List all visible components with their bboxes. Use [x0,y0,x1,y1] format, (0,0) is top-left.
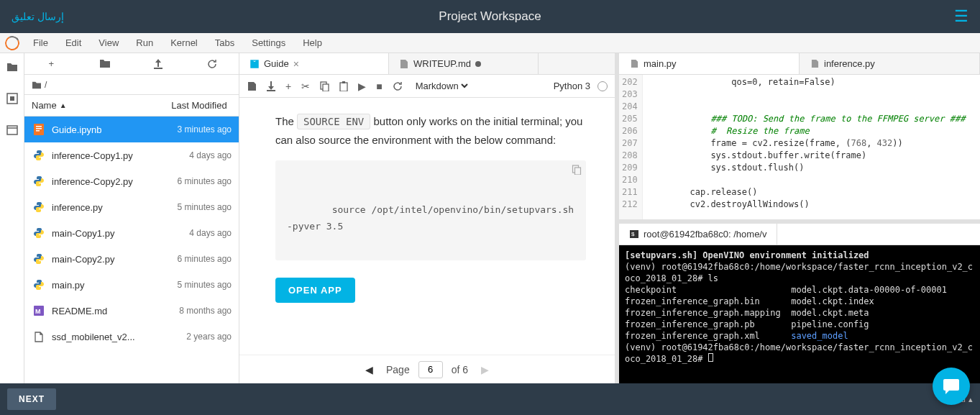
svg-rect-7 [36,130,40,132]
upload-button[interactable] [132,53,186,74]
menu-tabs[interactable]: Tabs [206,35,243,51]
center-panel: Guide×WRITEUP.md + ✂ ▶ ■ Markdown Python… [239,53,619,383]
menu-edit[interactable]: Edit [57,35,90,51]
jupyter-logo[interactable] [0,36,24,50]
svg-rect-1 [10,96,14,101]
copy-code-icon[interactable] [572,165,582,175]
menu-run[interactable]: Run [127,35,162,51]
file-icon [629,59,639,69]
dirty-indicator-icon [475,61,481,67]
intercom-button[interactable] [933,368,970,405]
cut-button[interactable]: ✂ [301,81,310,92]
stop-button[interactable]: ■ [376,81,382,92]
notebook-content[interactable]: The SOURCE ENV button only works on the … [239,98,615,355]
terminal-icon: $ [629,229,639,240]
file-type-icon [32,280,46,290]
svg-rect-15 [575,168,581,175]
top-bar: إرسال تعليق Project Workspace ☰ [0,0,980,33]
run-button[interactable]: ▶ [358,81,366,92]
file-list-header[interactable]: Name ▲ Last Modified [24,95,239,117]
menu-help[interactable]: Help [294,35,331,51]
file-modified: 5 minutes ago [160,202,232,212]
save-button[interactable] [247,81,257,91]
svg-rect-6 [36,128,42,129]
file-modified: 3 minutes ago [160,124,232,134]
paste-button[interactable] [339,81,348,91]
refresh-button[interactable] [186,53,239,74]
file-name: README.md [52,306,160,316]
file-type-icon [32,228,46,238]
copy-button[interactable] [320,81,329,91]
code-editor[interactable]: 202203204205206207208209210211212 qos=0,… [619,75,980,219]
tab-main-py[interactable]: main.py [619,53,800,74]
file-type-icon [32,332,46,342]
menu-kernel[interactable]: Kernel [162,35,206,51]
new-folder-button[interactable] [78,53,132,74]
file-row[interactable]: main-Copy2.py6 minutes ago [24,246,239,272]
file-modified: 4 days ago [160,150,232,160]
restart-button[interactable] [393,81,403,91]
file-row[interactable]: main-Copy1.py4 days ago [24,220,239,246]
menu-bar: FileEditViewRunKernelTabsSettingsHelp [0,33,980,53]
tab-writeup-md[interactable]: WRITEUP.md [389,53,539,74]
running-icon[interactable] [6,92,19,105]
file-name: main-Copy2.py [52,254,160,265]
file-row[interactable]: inference.py5 minutes ago [24,194,239,220]
open-app-button[interactable]: OPEN APP [275,278,355,303]
bottom-bar: NEXT Menu ▴ [0,383,980,415]
file-type-icon [32,254,46,264]
add-cell-button[interactable]: + [285,81,291,92]
file-type-icon: M [32,306,46,316]
file-name: inference-Copy2.py [52,176,160,187]
cell-type-select[interactable]: Markdown [413,80,470,92]
kernel-status-icon[interactable] [597,81,608,91]
breadcrumb[interactable]: / [24,75,239,95]
feedback-link[interactable]: إرسال تعليق [12,11,64,22]
page-title: Project Workspace [439,9,541,24]
prev-page-button[interactable]: ◀ [361,364,377,375]
file-modified: 6 minutes ago [160,254,232,264]
tabs-icon[interactable] [6,124,19,137]
menu-file[interactable]: File [24,35,57,51]
file-name: inference-Copy1.py [52,150,160,161]
tab-guide[interactable]: Guide× [239,53,389,74]
file-name: ssd_mobilenet_v2... [52,332,160,342]
page-label: Page [386,364,410,375]
editor-tabs: main.pyinference.py [619,53,980,75]
file-modified: 2 years ago [160,332,232,342]
next-page-button[interactable]: ▶ [477,364,493,375]
download-button[interactable] [267,81,275,91]
new-launcher-button[interactable]: + [24,53,78,74]
kernel-name[interactable]: Python 3 [554,81,590,91]
file-name: inference.py [52,202,160,213]
pager: ◀ Page of 6 ▶ [239,355,615,383]
terminal-tabs: $ root@61942fba68c0: /home/v [619,224,980,245]
svg-rect-13 [342,81,345,83]
svg-rect-12 [340,83,347,91]
file-modified: 8 months ago [160,306,232,316]
file-icon [810,59,820,69]
tab-inference-py[interactable]: inference.py [800,53,980,74]
file-row[interactable]: inference-Copy1.py4 days ago [24,142,239,168]
page-total: of 6 [452,364,468,375]
file-row[interactable]: Guide.ipynb3 minutes ago [24,117,239,142]
next-button[interactable]: NEXT [7,388,56,410]
close-tab-icon[interactable]: × [293,58,299,70]
file-type-icon [32,202,46,212]
file-row[interactable]: ssd_mobilenet_v2...2 years ago [24,324,239,350]
file-row[interactable]: MREADME.md8 months ago [24,298,239,324]
file-row[interactable]: inference-Copy2.py6 minutes ago [24,168,239,194]
hamburger-icon[interactable]: ☰ [954,7,968,26]
terminal[interactable]: [setupvars.sh] OpenVINO environment init… [619,245,980,383]
menu-settings[interactable]: Settings [243,35,294,51]
svg-rect-4 [34,124,44,135]
right-panel: main.pyinference.py 20220320420520620720… [619,53,980,383]
terminal-tab[interactable]: $ root@61942fba68c0: /home/v [619,224,777,245]
folder-icon[interactable] [6,60,19,73]
inline-code: SOURCE ENV [297,114,370,129]
menu-view[interactable]: View [90,35,127,51]
svg-text:M: M [35,308,41,315]
file-browser: + / Name ▲ Last Modified Guide.ipynb3 mi… [24,53,239,383]
page-input[interactable] [418,361,443,378]
file-row[interactable]: main.py5 minutes ago [24,272,239,298]
